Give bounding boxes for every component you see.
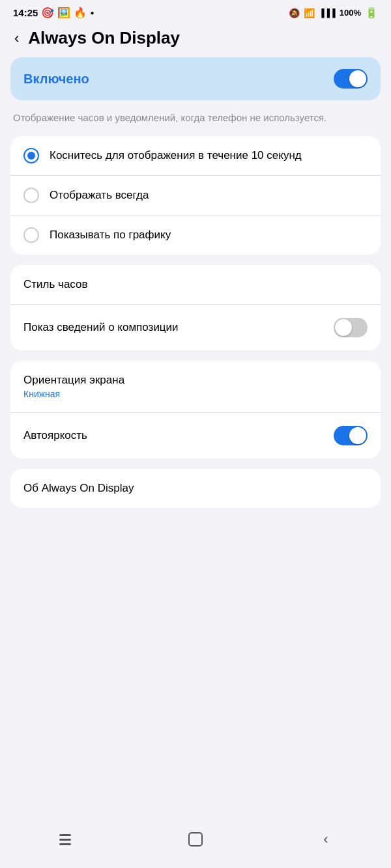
signal-icon: ▐▐▐ xyxy=(319,8,336,18)
content-area: Включено Отображение часов и уведомлений… xyxy=(0,57,391,816)
radio-circle-always xyxy=(23,188,39,203)
orientation-label: Ориентация экрана xyxy=(23,374,124,387)
status-bar: 14:25 🎯 🖼️ 🔥 ● 🔕 📶 ▐▐▐ 100% 🔋 xyxy=(0,0,391,23)
radio-options-card: Коснитесь для отображения в течение 10 с… xyxy=(10,136,381,255)
radio-option-touch[interactable]: Коснитесь для отображения в течение 10 с… xyxy=(10,136,381,175)
bottom-navigation: ‹ xyxy=(0,816,391,868)
brightness-toggle-knob xyxy=(349,427,366,444)
radio-option-always[interactable]: Отображать всегда xyxy=(10,175,381,215)
page-title: Always On Display xyxy=(28,28,180,48)
auto-brightness-toggle[interactable] xyxy=(334,426,368,445)
about-label: Об Always On Display xyxy=(23,482,134,494)
home-icon xyxy=(188,832,203,847)
music-info-label: Показ сведений о композиции xyxy=(23,321,179,334)
radio-label-schedule: Показывать по графику xyxy=(50,227,171,243)
auto-brightness-label: Автояркость xyxy=(23,429,87,442)
music-toggle-knob xyxy=(335,319,352,336)
wifi-icon: 📶 xyxy=(304,8,315,18)
toggle-card: Включено xyxy=(10,57,381,100)
battery-icon: 🔋 xyxy=(365,7,378,19)
radio-circle-schedule xyxy=(23,227,39,243)
mute-icon: 🔕 xyxy=(289,8,300,18)
orientation-value: Книжная xyxy=(23,389,124,399)
radio-option-schedule[interactable]: Показывать по графику xyxy=(10,215,381,255)
nav-home-button[interactable] xyxy=(176,826,215,852)
radio-label-touch: Коснитесь для отображения в течение 10 с… xyxy=(50,148,302,163)
orientation-text-group: Ориентация экрана Книжная xyxy=(23,374,124,399)
nav-recents-button[interactable] xyxy=(46,826,85,852)
settings-clock-style[interactable]: Стиль часов xyxy=(10,265,381,304)
nav-back-button[interactable]: ‹ xyxy=(306,826,345,852)
about-card[interactable]: Об Always On Display xyxy=(10,469,381,508)
radio-circle-touch xyxy=(23,148,39,163)
toggle-label: Включено xyxy=(23,72,89,87)
back-button[interactable]: ‹ xyxy=(10,29,23,48)
settings-card-1: Стиль часов Показ сведений о композиции xyxy=(10,265,381,350)
settings-card-2: Ориентация экрана Книжная Автояркость xyxy=(10,361,381,458)
battery-level: 100% xyxy=(340,8,361,18)
radio-label-always: Отображать всегда xyxy=(50,188,149,203)
description-text: Отображение часов и уведомлений, когда т… xyxy=(10,111,381,126)
status-time: 14:25 🎯 🖼️ 🔥 ● xyxy=(13,7,94,19)
header: ‹ Always On Display xyxy=(0,23,391,57)
settings-auto-brightness[interactable]: Автояркость xyxy=(10,412,381,458)
settings-music-info[interactable]: Показ сведений о композиции xyxy=(10,304,381,350)
main-toggle[interactable] xyxy=(334,69,368,89)
settings-orientation[interactable]: Ориентация экрана Книжная xyxy=(10,361,381,412)
toggle-knob xyxy=(349,70,366,87)
clock-style-label: Стиль часов xyxy=(23,278,88,291)
music-info-toggle[interactable] xyxy=(334,318,368,337)
recents-icon xyxy=(59,834,71,845)
back-nav-icon: ‹ xyxy=(323,831,328,848)
status-icons: 🔕 📶 ▐▐▐ 100% 🔋 xyxy=(289,7,378,19)
